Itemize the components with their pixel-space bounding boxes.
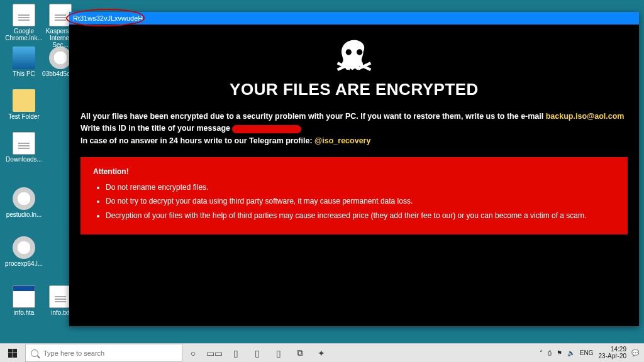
desktop-icon[interactable]: Test Folder	[5, 89, 43, 120]
tray-language[interactable]: ENG	[580, 349, 594, 356]
clock-time: 14:29	[611, 346, 626, 353]
desktop-icon[interactable]: Downloads...	[5, 132, 43, 163]
desktop-icon-label: procexp64.l...	[5, 260, 43, 267]
skull-icon	[80, 38, 628, 76]
desktop-icon-label: This PC	[13, 70, 35, 77]
disk-icon	[13, 236, 35, 259]
desktop-icon-label: info.hta	[14, 309, 35, 316]
attention-item: Do not try to decrypt your data using th…	[106, 195, 615, 207]
pc-icon	[13, 47, 35, 69]
disk-icon	[49, 47, 72, 69]
taskbar-app-1[interactable]: ▯	[225, 344, 247, 362]
desktop-icon[interactable]: procexp64.l...	[5, 236, 43, 267]
desktop-icon[interactable]: info.hta	[5, 285, 43, 316]
desktop-icon[interactable]: pestudio.ln...	[5, 187, 43, 218]
line3-text: In case of no answer in 24 hours write t…	[80, 136, 314, 145]
txt-icon	[49, 285, 72, 308]
taskbar: Type here to search ○ ▭▭ ▯ ▯ ▯ ⧉ ✦ ˄ ⎙ ⚑…	[0, 343, 644, 362]
taskbar-app-4[interactable]: ⧉	[289, 344, 311, 362]
system-tray[interactable]: ˄ ⎙ ⚑ 🔈 ENG 14:29 23-Apr-20 💬	[535, 346, 644, 359]
desktop-icon-label: Google Chrome.lnk...	[5, 28, 43, 41]
desktop-icon-label: pestudio.ln...	[6, 211, 42, 218]
attention-box: Attention! Do not rename encrypted files…	[80, 157, 628, 234]
attention-list: Do not rename encrypted files.Do not try…	[93, 182, 615, 222]
start-button[interactable]	[0, 344, 25, 362]
txt-icon	[49, 4, 72, 26]
tray-chevron-icon[interactable]: ˄	[540, 349, 543, 356]
line2-text: Write this ID in the title of your messa…	[80, 124, 232, 133]
desktop-icon-label: info.txt	[51, 309, 69, 316]
taskbar-app-5[interactable]: ✦	[311, 344, 332, 362]
attention-item: Decryption of your files with the help o…	[106, 210, 615, 222]
desktop-icon-label: Downloads...	[6, 156, 42, 163]
ransom-window: Rt31ws32vJLxvwudeH YOUR FILES ARE ENCRYP…	[69, 12, 639, 326]
window-titlebar[interactable]: Rt31ws32vJLxvwudeH	[69, 12, 639, 25]
search-icon	[31, 349, 38, 357]
window-title: Rt31ws32vJLxvwudeH	[73, 14, 143, 22]
desktop-icon[interactable]: This PC	[5, 47, 43, 77]
attention-heading: Attention!	[93, 166, 615, 178]
desktop-icon-label: Test Folder	[8, 113, 39, 120]
txt-icon	[13, 132, 35, 155]
redacted-id	[232, 125, 301, 133]
search-placeholder: Type here to search	[43, 349, 104, 357]
taskbar-app-3[interactable]: ▯	[268, 344, 289, 362]
disk-icon	[13, 187, 35, 210]
windows-logo-icon	[8, 349, 17, 358]
txt-icon	[13, 4, 35, 26]
cortana-icon[interactable]: ○	[182, 344, 204, 362]
encrypted-heading: YOUR FILES ARE ENCRYPTED	[80, 80, 628, 99]
tray-icon-2[interactable]: ⚑	[557, 349, 562, 356]
action-center-icon[interactable]: 💬	[631, 349, 639, 356]
tray-icon-1[interactable]: ⎙	[548, 349, 552, 356]
taskbar-search[interactable]: Type here to search	[25, 344, 182, 362]
task-view-icon[interactable]: ▭▭	[204, 344, 225, 362]
attention-item: Do not rename encrypted files.	[106, 182, 615, 194]
ransom-paragraph: All your files have been encrypted due t…	[80, 111, 628, 147]
ransom-telegram[interactable]: @iso_recovery	[314, 136, 370, 145]
app-icon	[13, 285, 35, 308]
tray-volume-icon[interactable]: 🔈	[567, 349, 575, 356]
taskbar-app-2[interactable]: ▯	[247, 344, 268, 362]
desktop-icon[interactable]: Google Chrome.lnk...	[5, 4, 43, 41]
ransom-email[interactable]: backup.iso@aol.com	[546, 112, 625, 121]
folder-icon	[13, 89, 35, 112]
clock-date: 23-Apr-20	[599, 353, 626, 360]
line1-text: All your files have been encrypted due t…	[80, 112, 546, 121]
ransom-body: YOUR FILES ARE ENCRYPTED All your files …	[69, 25, 639, 246]
taskbar-clock[interactable]: 14:29 23-Apr-20	[599, 346, 626, 359]
